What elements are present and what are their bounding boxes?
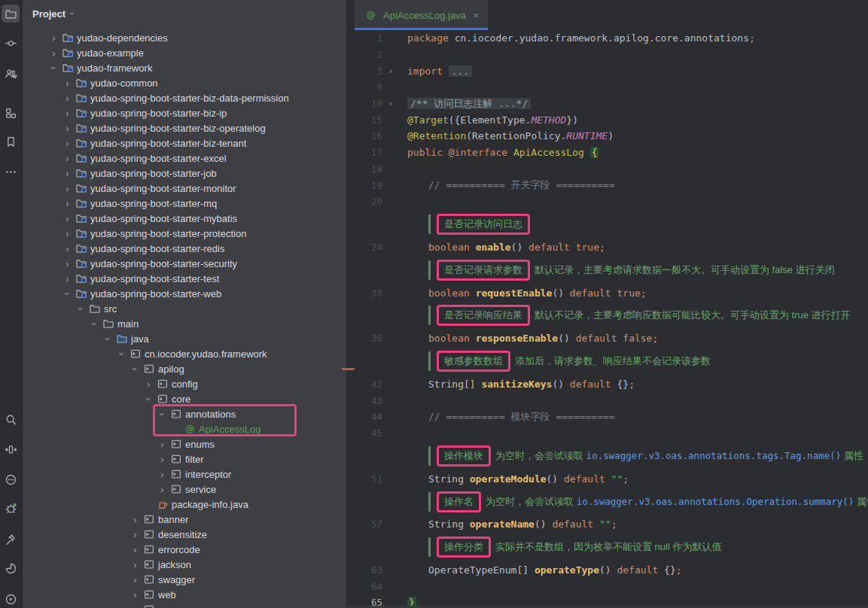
chevron-right-icon[interactable]: › xyxy=(61,199,74,208)
tree-item-yudao-spring-boot-starter-biz-operatelog[interactable]: ›yudao-spring-boot-starter-biz-operatelo… xyxy=(23,120,346,135)
chevron-right-icon[interactable]: › xyxy=(61,274,74,284)
code-line[interactable]: 43 xyxy=(347,392,868,409)
line-number[interactable]: 9 xyxy=(347,81,382,93)
editor-gutter[interactable]: 63 xyxy=(347,562,407,579)
chevron-down-icon[interactable]: › xyxy=(115,349,128,359)
tab-close-icon[interactable]: × xyxy=(474,10,480,21)
chevron-right-icon[interactable]: › xyxy=(129,545,142,555)
code-line[interactable]: 16@Retention(RetentionPolicy.RUNTIME) xyxy=(347,128,868,144)
line-number[interactable]: 36 xyxy=(347,333,382,344)
tree-item-yudao-spring-boot-starter-protection[interactable]: ›yudao-spring-boot-starter-protection xyxy=(23,226,346,241)
chevron-down-icon[interactable]: › xyxy=(88,319,101,329)
chevron-right-icon[interactable]: › xyxy=(61,229,74,239)
line-number[interactable]: 1 xyxy=(347,32,382,44)
project-folder-icon[interactable] xyxy=(2,5,20,23)
line-number[interactable]: 15 xyxy=(347,114,382,126)
tree-item-enums[interactable]: ›enums xyxy=(23,436,346,451)
editor-gutter[interactable]: 57 xyxy=(347,516,407,533)
line-number[interactable]: 45 xyxy=(347,427,382,439)
tree-item-filter[interactable]: ›filter xyxy=(23,451,346,467)
tree-item-yudao-dependencies[interactable]: ›yudao-dependencies xyxy=(23,30,346,45)
line-number[interactable]: 19 xyxy=(347,180,382,191)
code-line[interactable]: 45 xyxy=(347,425,868,442)
editor-gutter[interactable]: 36 xyxy=(347,330,407,347)
chevron-down-icon[interactable]: › xyxy=(47,63,60,73)
tree-item-main[interactable]: ›main xyxy=(23,316,346,331)
code-editor[interactable]: 1package cn.iocoder.yudao.framework.apil… xyxy=(347,30,868,608)
tree-item-yudao-spring-boot-starter-mq[interactable]: ›yudao-spring-boot-starter-mq xyxy=(23,196,346,211)
rendered-doc-comment[interactable]: 是否记录访问日志 xyxy=(347,210,868,239)
chevron-right-icon[interactable]: › xyxy=(129,605,142,608)
pull-requests-icon[interactable]: ? xyxy=(2,64,20,82)
tree-item-yudao-spring-boot-starter-security[interactable]: ›yudao-spring-boot-starter-security xyxy=(23,256,346,271)
code-line[interactable]: 44// ========== 模块字段 ========== xyxy=(347,409,868,425)
tree-item-yudao-spring-boot-starter-biz-data-permission[interactable]: ›yudao-spring-boot-starter-biz-data-perm… xyxy=(23,90,346,105)
tree-item-package-info-java[interactable]: package-info.java xyxy=(23,497,346,512)
tree-item-yudao-spring-boot-starter-monitor[interactable]: ›yudao-spring-boot-starter-monitor xyxy=(23,181,346,196)
debug-icon[interactable] xyxy=(2,499,20,517)
line-number[interactable]: 10 xyxy=(347,98,382,109)
code-line[interactable]: 19// ========== 开关字段 ========== xyxy=(347,177,868,193)
code-line[interactable]: 30boolean requestEnable() default true; xyxy=(347,284,868,301)
structure-icon[interactable] xyxy=(2,104,20,122)
editor-gutter[interactable]: 10› xyxy=(347,96,407,112)
line-number[interactable]: 18 xyxy=(347,163,382,175)
line-number[interactable]: 64 xyxy=(347,581,382,592)
chevron-right-icon[interactable]: › xyxy=(61,123,74,133)
editor-gutter[interactable]: 16 xyxy=(347,128,407,144)
chevron-right-icon[interactable]: › xyxy=(47,33,60,43)
code-line[interactable]: 63OperateTypeEnum[] operateType() defaul… xyxy=(347,562,868,579)
tree-item-apilog[interactable]: ›apilog xyxy=(23,361,346,376)
chevron-right-icon[interactable]: › xyxy=(61,93,74,103)
chevron-right-icon[interactable]: › xyxy=(61,169,74,178)
line-number[interactable]: 44 xyxy=(347,411,382,422)
code-line[interactable]: 20 xyxy=(347,193,868,210)
editor-gutter[interactable]: 3› xyxy=(347,62,407,79)
tree-item-yudao-spring-boot-starter-test[interactable]: ›yudao-spring-boot-starter-test xyxy=(23,271,346,286)
search-icon[interactable] xyxy=(2,410,20,428)
code-line[interactable]: 18 xyxy=(347,161,868,178)
editor-gutter[interactable]: 17 xyxy=(347,144,407,161)
editor-gutter[interactable]: 43 xyxy=(347,392,407,409)
line-number[interactable]: 51 xyxy=(347,473,382,485)
chevron-right-icon[interactable]: › xyxy=(129,590,142,600)
tree-item-yudao-spring-boot-starter-biz-ip[interactable]: ›yudao-spring-boot-starter-biz-ip xyxy=(23,105,346,120)
tree-item-core[interactable]: ›core xyxy=(23,391,346,406)
editor-gutter[interactable]: 44 xyxy=(347,409,407,425)
chevron-right-icon[interactable]: › xyxy=(61,214,74,223)
code-line[interactable]: 2 xyxy=(347,47,868,63)
line-number[interactable]: 30 xyxy=(347,287,382,299)
code-line[interactable]: 1package cn.iocoder.yudao.framework.apil… xyxy=(347,30,868,47)
editor-gutter[interactable]: 42 xyxy=(347,376,407,393)
fold-arrow-icon[interactable]: › xyxy=(382,66,399,76)
code-line[interactable]: 57String operateName() default ""; xyxy=(347,516,868,533)
code-line[interactable]: 64 xyxy=(347,578,868,594)
chevron-down-icon[interactable]: › xyxy=(156,409,169,419)
editor-gutter[interactable]: 19 xyxy=(347,177,407,193)
code-line[interactable]: 10›/** 访问日志注解 ...*/ xyxy=(347,96,868,112)
rendered-doc-comment[interactable]: 操作分类实际并不是数组，因为枚举不能设置 null 作为默认值 xyxy=(347,533,868,562)
editor-gutter[interactable]: 2 xyxy=(347,47,407,63)
services-icon[interactable] xyxy=(2,440,20,458)
tree-item-swagger[interactable]: ›swagger xyxy=(23,572,346,587)
todo-icon[interactable] xyxy=(2,470,20,488)
code-line[interactable]: 51String operateModule() default ""; xyxy=(347,470,868,487)
chevron-right-icon[interactable]: › xyxy=(61,259,74,269)
tree-item-yudao-spring-boot-starter-excel[interactable]: ›yudao-spring-boot-starter-excel xyxy=(23,150,346,166)
code-line[interactable]: 3›import ... xyxy=(347,62,868,79)
tree-item-jackson[interactable]: ›jackson xyxy=(23,557,346,572)
chevron-right-icon[interactable]: › xyxy=(142,379,155,389)
line-number[interactable]: 3 xyxy=(347,65,382,77)
doc-code-reference[interactable]: io.swagger.v3.oas.annotations.Operation.… xyxy=(577,496,854,507)
tree-item-banner[interactable]: ›banner xyxy=(23,512,346,527)
chevron-right-icon[interactable]: › xyxy=(156,485,169,494)
chevron-right-icon[interactable]: › xyxy=(156,439,169,449)
rendered-doc-comment[interactable]: 是否记录请求参数默认记录，主要考虑请求数据一般不大。可手动设置为 false 进… xyxy=(347,255,868,284)
chevron-down-icon[interactable]: › xyxy=(61,289,74,299)
editor-gutter[interactable]: 15 xyxy=(347,111,407,128)
chevron-right-icon[interactable]: › xyxy=(61,78,74,88)
tree-item-src[interactable]: ›src xyxy=(23,301,346,316)
line-number[interactable]: 24 xyxy=(347,242,382,253)
tree-item-yudao-example[interactable]: ›yudao-example xyxy=(23,45,346,60)
project-tree[interactable]: ›yudao-dependencies›yudao-example›yudao-… xyxy=(23,30,346,608)
